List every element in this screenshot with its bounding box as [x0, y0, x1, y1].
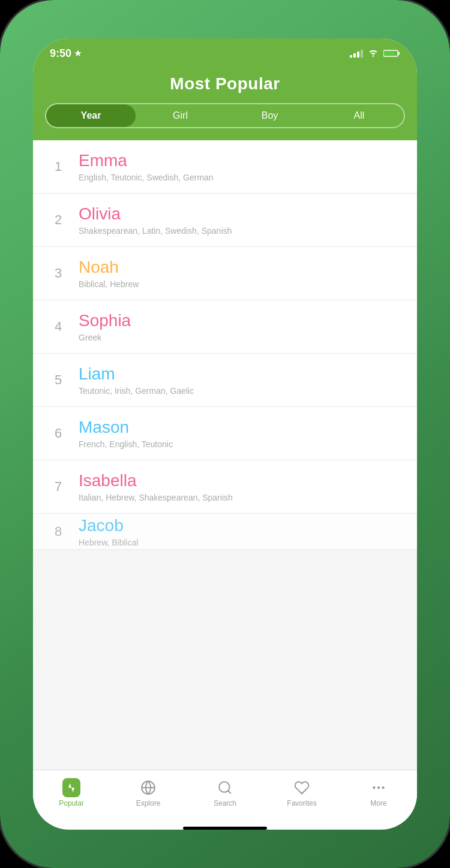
name-info-8: Jacob Hebrew, Biblical — [79, 516, 403, 547]
origins-isabella: Italian, Hebrew, Shakespearean, Spanish — [79, 493, 403, 502]
name-item-4[interactable]: 4 Sophia Greek — [33, 300, 417, 354]
name-info-3: Noah Biblical, Hebrew — [79, 258, 403, 289]
tab-search[interactable]: Search — [187, 776, 263, 810]
name-isabella: Isabella — [79, 471, 403, 490]
time-display: 9:50 — [50, 47, 71, 60]
name-item-5[interactable]: 5 Liam Teutonic, Irish, German, Gaelic — [33, 354, 417, 407]
tab-explore[interactable]: Explore — [110, 776, 187, 810]
location-icon — [74, 49, 82, 58]
phone-frame: 9:50 — [0, 0, 450, 868]
origins-mason: French, English, Teutonic — [79, 439, 403, 449]
tab-popular[interactable]: Popular — [33, 776, 110, 810]
signal-icon — [350, 49, 363, 58]
svg-point-5 — [219, 782, 229, 792]
filter-tabs: Year Girl Boy All — [45, 103, 405, 128]
name-item-3[interactable]: 3 Noah Biblical, Hebrew — [33, 247, 417, 300]
name-item-6[interactable]: 6 Mason French, English, Teutonic — [33, 407, 417, 460]
explore-icon — [139, 779, 157, 797]
favorites-icon — [293, 779, 311, 797]
rank-6: 6 — [47, 426, 69, 441]
rank-1: 1 — [47, 159, 69, 174]
tab-favorites-label: Favorites — [287, 799, 316, 807]
rank-4: 4 — [47, 319, 69, 334]
name-item-1[interactable]: 1 Emma English, Teutonic, Swedish, Germa… — [33, 140, 417, 194]
rank-8: 8 — [47, 524, 69, 540]
filter-year[interactable]: Year — [46, 104, 136, 127]
name-item-8[interactable]: 8 Jacob Hebrew, Biblical — [33, 514, 417, 550]
origins-noah: Biblical, Hebrew — [79, 279, 403, 289]
status-time: 9:50 — [50, 47, 82, 60]
name-info-7: Isabella Italian, Hebrew, Shakespearean,… — [79, 471, 403, 502]
tab-popular-label: Popular — [59, 799, 83, 807]
home-indicator — [183, 827, 267, 830]
tab-more-label: More — [370, 799, 386, 807]
tab-explore-label: Explore — [136, 799, 161, 807]
phone-screen: 9:50 — [33, 38, 417, 830]
name-sophia: Sophia — [79, 311, 403, 330]
tab-search-label: Search — [214, 799, 236, 807]
origins-sophia: Greek — [79, 333, 403, 342]
rank-7: 7 — [47, 479, 69, 495]
name-info-1: Emma English, Teutonic, Swedish, German — [79, 151, 403, 182]
name-info-5: Liam Teutonic, Irish, German, Gaelic — [79, 364, 403, 396]
svg-point-9 — [382, 786, 384, 789]
svg-point-8 — [377, 786, 380, 789]
svg-line-6 — [228, 791, 231, 794]
name-jacob: Jacob — [79, 516, 403, 535]
svg-point-7 — [373, 786, 375, 789]
filter-boy[interactable]: Boy — [225, 104, 314, 127]
rank-5: 5 — [47, 372, 69, 388]
name-olivia: Olivia — [79, 204, 403, 224]
name-item-2[interactable]: 2 Olivia Shakespearean, Latin, Swedish, … — [33, 194, 417, 247]
battery-icon — [383, 49, 400, 58]
origins-liam: Teutonic, Irish, German, Gaelic — [79, 386, 403, 396]
page-title: Most Popular — [45, 74, 405, 94]
names-list: 1 Emma English, Teutonic, Swedish, Germa… — [33, 140, 417, 770]
name-liam: Liam — [79, 364, 403, 384]
name-mason: Mason — [79, 418, 403, 437]
status-bar: 9:50 — [33, 38, 417, 68]
popular-icon — [62, 779, 80, 797]
name-info-4: Sophia Greek — [79, 311, 403, 342]
rank-3: 3 — [47, 266, 69, 281]
origins-emma: English, Teutonic, Swedish, German — [79, 173, 403, 182]
origins-jacob: Hebrew, Biblical — [79, 538, 403, 547]
name-info-6: Mason French, English, Teutonic — [79, 418, 403, 449]
more-icon — [370, 779, 388, 797]
search-icon — [216, 779, 234, 797]
filter-girl[interactable]: Girl — [136, 104, 225, 127]
origins-olivia: Shakespearean, Latin, Swedish, Spanish — [79, 226, 403, 236]
tab-more[interactable]: More — [340, 776, 417, 810]
name-info-2: Olivia Shakespearean, Latin, Swedish, Sp… — [79, 204, 403, 236]
rank-2: 2 — [47, 212, 69, 228]
svg-rect-2 — [385, 52, 395, 56]
filter-all[interactable]: All — [314, 104, 404, 127]
svg-rect-1 — [398, 52, 400, 55]
app-header: Most Popular Year Girl Boy All — [33, 68, 417, 140]
name-item-7[interactable]: 7 Isabella Italian, Hebrew, Shakespearea… — [33, 460, 417, 514]
name-emma: Emma — [79, 151, 403, 170]
name-noah: Noah — [79, 258, 403, 277]
status-icons — [350, 49, 400, 58]
tab-favorites[interactable]: Favorites — [263, 776, 340, 810]
wifi-icon — [368, 49, 379, 58]
tab-bar: Popular Explore — [33, 770, 417, 822]
